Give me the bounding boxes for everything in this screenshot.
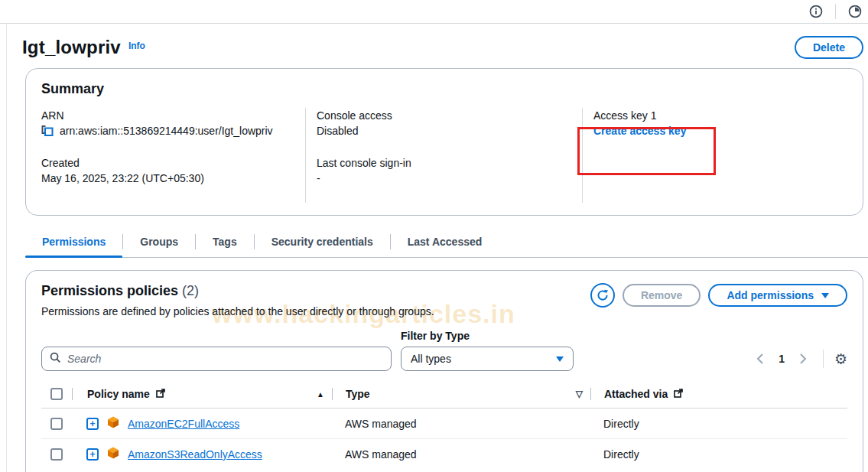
refresh-button[interactable] [590, 283, 615, 308]
expand-row-icon[interactable]: + [86, 448, 99, 461]
attached-via-cell: Directly [590, 448, 847, 461]
permissions-policies-card: Permissions policies (2) Permissions are… [25, 270, 863, 472]
filter-by-type-label: Filter by Type [401, 330, 574, 342]
search-box[interactable] [41, 347, 392, 371]
create-access-key-link[interactable]: Create access key [593, 123, 686, 138]
filter-row: Filter by Type All types 1 ⚙ [41, 330, 847, 371]
policy-type-cell: AWS managed [332, 418, 590, 430]
table-row: + AmazonS3ReadOnlyAccess AWS managed Dir… [41, 439, 847, 470]
pagination-divider [823, 350, 824, 368]
page-header: Igt_lowprivInfo Delete [7, 24, 868, 68]
select-all-cell [41, 388, 72, 400]
toolbar-divider [835, 4, 836, 19]
column-header-type[interactable]: Type ▽ [332, 388, 590, 400]
policies-title: Permissions policies [41, 283, 178, 298]
sort-ascending-icon[interactable]: ▲ [317, 390, 324, 399]
page-title: Igt_lowpriv [22, 37, 121, 57]
access-key-label: Access key 1 [593, 108, 832, 123]
row-checkbox[interactable] [50, 448, 63, 461]
info-icon[interactable] [808, 3, 824, 20]
type-filter-value: All types [411, 353, 451, 365]
chevron-down-icon [821, 293, 829, 298]
previous-page-button[interactable] [751, 350, 769, 368]
tab-last-accessed[interactable]: Last Accessed [391, 228, 499, 257]
column-header-attached-via[interactable]: Attached via [590, 388, 847, 400]
type-header-label: Type [346, 388, 370, 400]
last-signin-value: - [317, 171, 320, 186]
table-row: + AmazonEC2FullAccess AWS managed Direct… [41, 409, 847, 439]
console-access-value: Disabled [317, 123, 358, 138]
search-input[interactable] [67, 353, 383, 365]
policies-count: (2) [182, 283, 199, 298]
managed-policy-icon [106, 415, 120, 432]
summary-column-2: Console access Disabled Last console sig… [306, 108, 583, 203]
global-toolbar [0, 0, 868, 24]
policy-link[interactable]: AmazonEC2FullAccess [128, 418, 239, 430]
managed-policy-icon [106, 446, 120, 463]
page-number[interactable]: 1 [774, 353, 789, 365]
policy-name-header-label: Policy name [87, 388, 150, 400]
table-header-row: Policy name ▲ Type ▽ Attached via [41, 382, 847, 409]
main-content: Igt_lowprivInfo Delete Summary ARN [6, 24, 868, 472]
created-label: Created [41, 155, 290, 171]
search-icon [50, 352, 61, 366]
row-checkbox[interactable] [50, 418, 63, 430]
delete-button[interactable]: Delete [795, 36, 863, 59]
summary-card: Summary ARN arn:aws:iam::513869214449:us… [25, 68, 863, 216]
contrast-icon[interactable] [847, 3, 863, 20]
tab-security-credentials[interactable]: Security credentials [255, 228, 390, 257]
chevron-down-icon [556, 356, 564, 362]
arn-value: arn:aws:iam::513869214449:user/Igt_lowpr… [60, 123, 273, 138]
tab-permissions[interactable]: Permissions [25, 228, 122, 257]
arn-label: ARN [41, 108, 290, 123]
summary-title: Summary [41, 81, 847, 97]
info-link[interactable]: Info [128, 41, 145, 51]
external-link-icon [674, 388, 683, 400]
summary-column-3: Access key 1 Create access key [583, 108, 847, 203]
policies-description: Permissions are defined by policies atta… [41, 305, 434, 317]
select-all-checkbox[interactable] [50, 388, 63, 400]
pagination: 1 ⚙ [751, 350, 847, 371]
refresh-icon [597, 289, 609, 301]
last-signin-label: Last console sign-in [317, 155, 567, 171]
tab-tags[interactable]: Tags [196, 228, 254, 257]
sort-indicator-icon[interactable]: ▽ [576, 389, 583, 399]
table-settings-gear-icon[interactable]: ⚙ [834, 352, 847, 366]
attached-via-header-label: Attached via [604, 388, 668, 400]
console-access-label: Console access [317, 108, 567, 123]
created-value: May 16, 2025, 23:22 (UTC+05:30) [41, 171, 204, 186]
add-permissions-label: Add permissions [727, 289, 814, 301]
type-filter-select[interactable]: All types [401, 347, 574, 371]
policy-link[interactable]: AmazonS3ReadOnlyAccess [128, 448, 262, 461]
remove-button[interactable]: Remove [623, 284, 701, 307]
attached-via-cell: Directly [590, 418, 847, 430]
next-page-button[interactable] [794, 350, 812, 368]
policies-table: Policy name ▲ Type ▽ Attached via [41, 382, 847, 470]
copy-icon[interactable] [41, 125, 54, 137]
tab-bar: Permissions Groups Tags Security credent… [25, 228, 868, 258]
column-header-policy-name[interactable]: Policy name ▲ [72, 388, 332, 400]
summary-column-1: ARN arn:aws:iam::513869214449:user/Igt_l… [41, 108, 306, 203]
external-link-icon [156, 388, 165, 400]
tab-groups[interactable]: Groups [123, 228, 195, 257]
add-permissions-button[interactable]: Add permissions [708, 284, 847, 307]
policy-type-cell: AWS managed [332, 448, 590, 461]
expand-row-icon[interactable]: + [86, 418, 99, 430]
